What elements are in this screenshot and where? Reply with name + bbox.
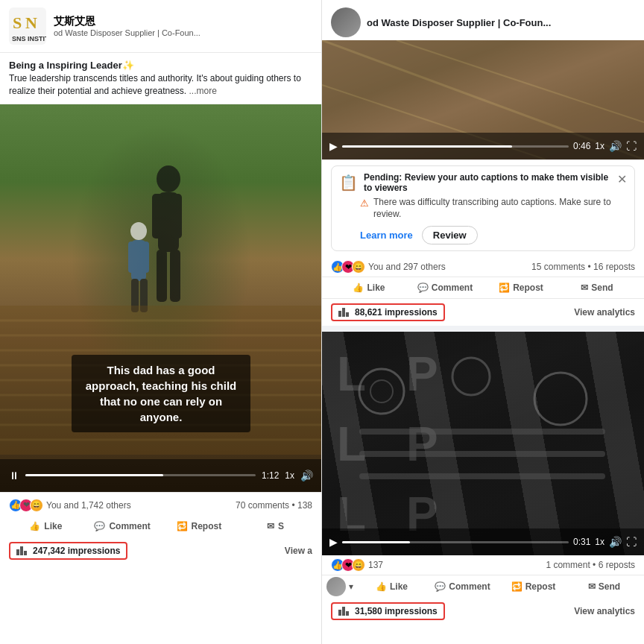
right-top-progress-bar[interactable]: [342, 145, 569, 148]
left-reaction-emojis: 👍 ❤ 😄: [9, 499, 43, 512]
rb-send-label: Send: [599, 581, 620, 592]
rt-send-label: Send: [591, 282, 613, 293]
warn-text: There was difficulty transcribing auto c…: [373, 197, 627, 220]
notif-close-button[interactable]: ✕: [617, 172, 627, 186]
right-bottom-send-button[interactable]: ✉ Send: [569, 578, 640, 596]
right-top-fullscreen-icon[interactable]: ⛶: [626, 140, 637, 152]
right-bottom-repost-button[interactable]: 🔁 Repost: [498, 578, 569, 596]
left-barchart-icon: [16, 546, 27, 555]
left-reactions-left: 👍 ❤ 😄 You and 1,742 others: [9, 499, 131, 512]
learn-more-link[interactable]: Learn more: [360, 230, 413, 241]
left-pause-button[interactable]: ⏸: [9, 470, 19, 482]
right-bottom-view-analytics-link[interactable]: View analytics: [574, 606, 635, 616]
left-video-caption: This dad has a good approach, teaching h…: [72, 355, 250, 432]
left-send-icon: ✉: [267, 521, 274, 531]
notif-actions: Learn more Review: [360, 226, 627, 244]
left-like-button[interactable]: 👍 Like: [9, 517, 83, 536]
left-comment-label: Comment: [109, 521, 150, 531]
rb-comment-icon: 💬: [435, 581, 446, 592]
left-view-analytics-link[interactable]: View a: [285, 546, 312, 556]
right-bottom-post: L P L P L P: [322, 332, 644, 644]
right-top-view-analytics-link[interactable]: View analytics: [574, 307, 635, 318]
rt-haha-emoji: 😄: [352, 260, 365, 274]
left-repost-label: Repost: [192, 521, 222, 531]
rb-barchart-icon: [338, 607, 349, 616]
right-top-video-time: 0:46: [573, 141, 590, 151]
more-link[interactable]: ...more: [189, 86, 217, 96]
right-top-video-controls: ▶ 0:46 1x 🔊 ⛶: [322, 133, 644, 160]
left-send-button[interactable]: ✉ S: [239, 517, 312, 536]
right-top-volume-icon[interactable]: 🔊: [609, 140, 622, 152]
right-bottom-impressions-badge: 31,580 impressions: [331, 602, 445, 620]
left-like-icon: 👍: [29, 521, 40, 531]
rb-comment-label: Comment: [449, 581, 490, 592]
left-org-name: 艾斯艾恩: [54, 15, 312, 28]
right-top-impressions-badge: 88,621 impressions: [331, 303, 445, 321]
left-volume-icon[interactable]: 🔊: [300, 470, 313, 482]
svg-text:SNS INSTITUTE: SNS INSTITUTE: [12, 35, 46, 42]
right-bottom-like-button[interactable]: 👍 Like: [356, 578, 427, 596]
svg-point-31: [370, 380, 393, 402]
right-bottom-reaction-emojis: 👍 ❤ 😄: [331, 558, 365, 572]
right-top-impressions-row: 88,621 impressions View analytics: [322, 299, 644, 326]
right-post-column: od Waste Disposer Supplier | Co-Foun... …: [322, 0, 644, 644]
right-top-send-button[interactable]: ✉ Send: [559, 279, 635, 297]
right-bottom-video-speed[interactable]: 1x: [595, 537, 604, 547]
left-comments-reposts: 70 comments • 138: [236, 500, 312, 511]
left-video-container[interactable]: This dad has a good approach, teaching h…: [0, 104, 322, 492]
org-logo[interactable]: S N SNS INSTITUTE: [9, 7, 46, 45]
left-repost-icon: 🔁: [177, 521, 188, 531]
svg-rect-35: [359, 451, 605, 457]
warn-icon: ⚠: [360, 198, 369, 209]
rb-like-icon: 👍: [376, 581, 387, 592]
left-video-bg: [0, 104, 322, 492]
main-container: S N SNS INSTITUTE 艾斯艾恩 od Waste Disposer…: [0, 0, 644, 644]
right-top-video-container[interactable]: ▶ 0:46 1x 🔊 ⛶: [322, 40, 644, 160]
right-top-video-speed[interactable]: 1x: [595, 141, 604, 151]
right-bottom-reactions-text: 137: [368, 560, 383, 570]
left-post-column: S N SNS INSTITUTE 艾斯艾恩 od Waste Disposer…: [0, 0, 322, 644]
right-top-reaction-emojis: 👍 ❤ 😄: [331, 260, 365, 274]
right-top-repost-button[interactable]: 🔁 Repost: [483, 279, 559, 297]
svg-rect-9: [170, 250, 180, 302]
left-comment-icon: 💬: [94, 521, 105, 531]
left-video-controls: ⏸ 1:12 1x 🔊: [0, 459, 322, 492]
left-repost-button[interactable]: 🔁 Repost: [162, 517, 236, 536]
svg-point-30: [359, 369, 404, 414]
right-top-comment-button[interactable]: 💬 Comment: [407, 279, 483, 297]
right-top-author-info: od Waste Disposer Supplier | Co-Foun...: [367, 17, 551, 28]
notification-banner: 📋 Pending: Review your auto captions to …: [331, 165, 635, 251]
rt-like-icon: 👍: [353, 282, 364, 293]
right-bottom-progress-fill: [342, 541, 410, 543]
left-video-time: 1:12: [262, 470, 279, 481]
right-bottom-reactions-row: 👍 ❤ 😄 137 1 comment • 6 reposts: [322, 555, 644, 575]
left-post-text: Being a Inspiring Leader✨ True leadershi…: [0, 53, 321, 104]
right-top-like-button[interactable]: 👍 Like: [331, 279, 407, 297]
right-top-avatar[interactable]: [331, 7, 361, 37]
edit-indicator: ▾: [349, 581, 353, 592]
right-bottom-video-time: 0:31: [573, 537, 590, 547]
right-bottom-progress-bar[interactable]: [342, 541, 569, 543]
left-impressions-row: 247,342 impressions View a: [9, 542, 312, 560]
right-bottom-play-button[interactable]: ▶: [329, 536, 338, 548]
left-comment-button[interactable]: 💬 Comment: [86, 517, 160, 536]
left-video-speed[interactable]: 1x: [285, 470, 294, 481]
left-progress-bar[interactable]: [25, 474, 256, 476]
right-top-play-button[interactable]: ▶: [329, 140, 338, 152]
right-top-header: od Waste Disposer Supplier | Co-Foun...: [322, 0, 644, 40]
notif-title-text: Pending: Review your auto captions to ma…: [364, 172, 611, 193]
right-bottom-video-container[interactable]: L P L P L P: [322, 332, 644, 555]
rt-send-icon: ✉: [581, 282, 588, 293]
right-top-post: od Waste Disposer Supplier | Co-Foun... …: [322, 0, 644, 332]
notif-document-icon: 📋: [339, 174, 358, 192]
rt-like-label: Like: [367, 282, 385, 293]
rb-repost-icon: 🔁: [511, 581, 523, 592]
right-bottom-impressions-row: 31,580 impressions View analytics: [322, 598, 644, 625]
right-bottom-fullscreen-icon[interactable]: ⛶: [626, 536, 637, 548]
rt-comment-icon: 💬: [417, 282, 429, 293]
review-button[interactable]: Review: [422, 226, 478, 244]
svg-point-33: [534, 373, 587, 425]
haha-emoji: 😄: [30, 499, 43, 512]
right-bottom-comment-button[interactable]: 💬 Comment: [427, 578, 498, 596]
right-bottom-volume-icon[interactable]: 🔊: [609, 536, 622, 548]
